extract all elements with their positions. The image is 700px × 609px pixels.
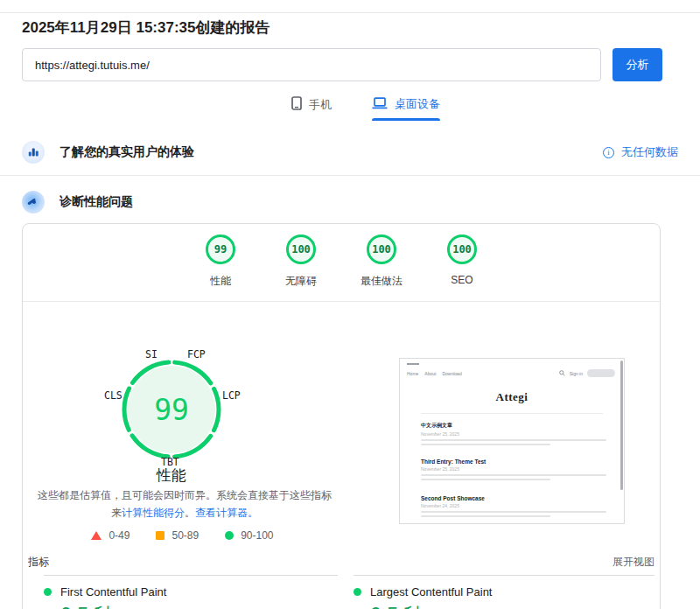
average-square-icon — [156, 531, 164, 540]
thumb-post-2-date: November 25, 2025 — [421, 466, 606, 472]
category-accessibility[interactable]: 100 无障碍 — [266, 234, 336, 289]
tab-mobile-underline — [291, 119, 332, 122]
lighthouse-report-card: 99 性能 100 无障碍 100 最佳做法 100 SEO 99 — [22, 223, 661, 609]
best-practices-score-label: 最佳做法 — [360, 274, 402, 289]
thumb-post-2: Third Entry: Theme Test November 25, 202… — [421, 458, 606, 480]
thumb-nav-about: About — [424, 371, 436, 376]
calculator-link[interactable]: 查看计算器。 — [195, 507, 258, 519]
thumb-post-2-title: Third Entry: Theme Test — [421, 458, 606, 465]
thumb-post-3-title: Second Post Showcase — [421, 495, 606, 501]
thumb-divider — [421, 413, 603, 414]
thumb-post-1-text-line — [421, 444, 550, 445]
thumb-post-3: Second Post Showcase November 24, 2025 — [421, 495, 606, 517]
accessibility-score-circle: 100 — [286, 234, 316, 264]
metric-label-lcp: LCP — [222, 389, 241, 402]
metric-label-si: SI — [145, 348, 158, 360]
pass-circle-icon — [354, 588, 361, 596]
laptop-icon — [372, 97, 388, 112]
thumb-sign-in: Sign in — [570, 371, 583, 376]
metric-fcp-value: 0.5 秒 — [60, 602, 338, 609]
thumb-subscribe-button — [587, 369, 615, 377]
thumb-post-3-text-line — [421, 515, 550, 517]
metrics-header-row: 指标 展开视图 — [28, 555, 654, 570]
metric-fcp-name: First Contentful Paint — [60, 585, 166, 598]
tab-desktop-label: 桌面设备 — [395, 96, 440, 112]
url-input[interactable] — [22, 48, 601, 81]
phone-icon — [291, 96, 302, 113]
gauge-score-value: 99 — [110, 348, 233, 471]
thumb-scrollbar — [620, 360, 623, 490]
category-scores-row: 99 性能 100 无障碍 100 最佳做法 100 SEO — [23, 234, 660, 289]
pagespeed-report-page: 2025年11月29日 15:37:35创建的报告 分析 手机 桌面设备 — [0, 0, 700, 609]
thumb-site-title: Attegi — [400, 390, 624, 404]
metric-lcp: Largest Contentful Paint 0.5 秒 — [354, 575, 654, 609]
score-legend: 0-49 50-89 90-100 — [23, 529, 342, 542]
thumb-post-1-title: 中文示例文章 — [421, 422, 606, 430]
thumb-site-logo — [407, 363, 419, 365]
diagnose-section-title: 诊断性能问题 — [60, 194, 133, 210]
legend-fail: 0-49 — [91, 529, 130, 542]
category-performance[interactable]: 99 性能 — [186, 234, 256, 289]
page-title: 2025年11月29日 15:37:35创建的报告 — [22, 18, 270, 38]
gauge-category-label: 性能 — [23, 466, 320, 486]
metric-fcp: First Contentful Paint 0.5 秒 — [44, 575, 338, 609]
legend-pass: 90-100 — [225, 529, 273, 542]
performance-score-circle: 99 — [206, 234, 235, 264]
legend-average: 50-89 — [156, 529, 199, 542]
thumb-post-3-text-line — [421, 511, 606, 513]
thumb-post-2-text-line — [421, 474, 606, 476]
performance-gauge: 99 SI FCP CLS LCP TBT 性能 — [23, 341, 342, 492]
legend-pass-range: 90-100 — [241, 529, 273, 542]
thumb-post-1-date: November 25, 2025 — [421, 431, 606, 437]
analyze-button[interactable]: 分析 — [612, 48, 662, 81]
legend-fail-range: 0-49 — [108, 529, 130, 542]
metric-label-fcp: FCP — [187, 348, 206, 360]
expand-view-link[interactable]: 展开视图 — [612, 555, 654, 570]
seo-score-label: SEO — [451, 274, 472, 286]
speedometer-icon — [22, 191, 45, 214]
category-seo[interactable]: 100 SEO — [427, 234, 497, 289]
card-divider — [23, 301, 660, 302]
field-data-section: 了解您的真实用户的体验 i 无任何数据 — [22, 138, 678, 166]
metrics-header-label: 指标 — [28, 555, 49, 570]
accessibility-score-label: 无障碍 — [285, 274, 317, 289]
score-disclaimer: 这些都是估算值，且可能会因时而异。系统会直接基于这些指标来计算性能得分。查看计算… — [33, 486, 336, 522]
metric-lcp-name: Largest Contentful Paint — [370, 585, 492, 598]
device-tabs: 手机 桌面设备 — [0, 96, 700, 122]
disclaimer-period: 。 — [185, 507, 195, 519]
diagnose-section: 诊断性能问题 — [22, 188, 678, 216]
thumb-nav: Home About Download Sign in — [407, 369, 615, 377]
performance-score-label: 性能 — [210, 274, 231, 289]
no-data-label: 无任何数据 — [621, 144, 678, 160]
thumb-post-1-text-line — [421, 439, 606, 441]
metric-label-cls: CLS — [104, 389, 122, 402]
pass-circle-icon — [44, 588, 52, 596]
tab-mobile-label: 手机 — [309, 97, 332, 113]
thumb-nav-home: Home — [407, 371, 418, 376]
calc-score-link[interactable]: 计算性能得分 — [122, 507, 185, 519]
category-best-practices[interactable]: 100 最佳做法 — [346, 234, 416, 289]
thumb-search-icon — [559, 370, 565, 377]
seo-score-circle: 100 — [447, 234, 477, 264]
info-icon: i — [603, 147, 614, 158]
field-section-title: 了解您的真实用户的体验 — [60, 144, 194, 160]
thumb-nav-download: Download — [442, 371, 461, 376]
no-data-link[interactable]: i 无任何数据 — [603, 144, 678, 160]
thumb-post-3-date: November 24, 2025 — [421, 503, 606, 508]
tab-desktop[interactable]: 桌面设备 — [372, 96, 440, 122]
best-practices-score-circle: 100 — [367, 234, 396, 264]
thumb-post-1: 中文示例文章 November 25, 2025 — [421, 422, 606, 445]
tab-mobile[interactable]: 手机 — [291, 96, 332, 122]
metric-lcp-value: 0.5 秒 — [370, 602, 654, 609]
tab-desktop-underline — [372, 118, 440, 121]
section-divider — [0, 175, 700, 176]
fail-triangle-icon — [91, 531, 102, 540]
pass-circle-icon — [225, 531, 234, 540]
bar-chart-icon — [22, 141, 45, 164]
legend-average-range: 50-89 — [172, 529, 199, 542]
thumb-post-2-text-line — [421, 479, 550, 480]
header-divider — [0, 12, 700, 13]
page-screenshot-thumbnail[interactable]: Home About Download Sign in Attegi 中文示例文… — [399, 358, 625, 524]
